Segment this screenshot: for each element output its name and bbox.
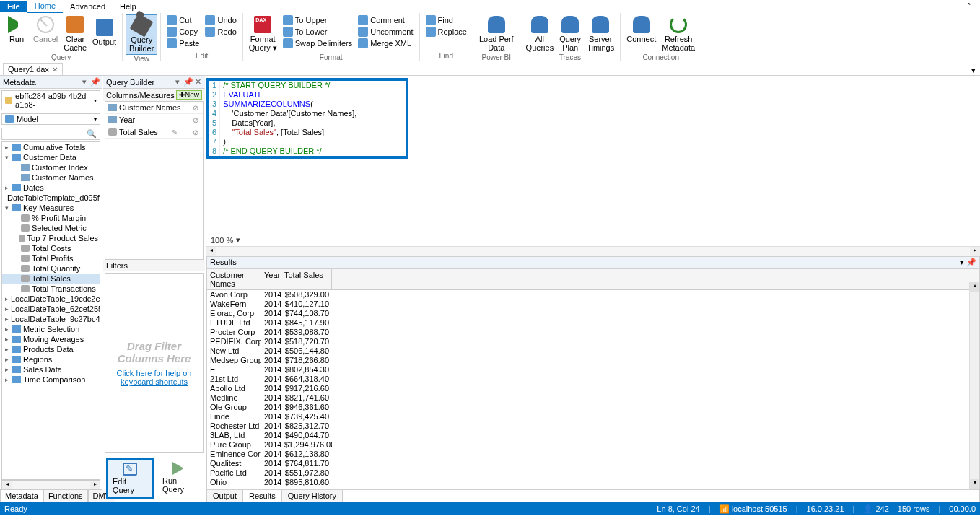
chevron-down-icon[interactable]: ▾ xyxy=(236,235,240,245)
tree-item[interactable]: Total Profits xyxy=(2,253,100,263)
tree-item[interactable]: ▸Time Comparison xyxy=(2,375,100,385)
ribbon-collapse-icon[interactable]: ˄ xyxy=(964,2,974,12)
refresh-metadata-button[interactable]: Refresh Metadata xyxy=(659,14,698,53)
table-row[interactable]: ETUDE Ltd2014$845,117.90 xyxy=(207,318,979,328)
remove-icon[interactable]: ⊘ xyxy=(191,104,200,112)
tree-item[interactable]: ▸Cumulative Totals xyxy=(2,142,100,152)
server-timings-button[interactable]: Server Timings xyxy=(584,14,617,53)
connect-button[interactable]: Connect xyxy=(624,14,659,45)
tree-item[interactable]: ▾Key Measures xyxy=(2,203,100,213)
comment-button[interactable]: Comment xyxy=(355,14,416,26)
run-button[interactable]: Run xyxy=(3,14,30,45)
table-row[interactable]: Pacific Ltd2014$551,972.80 xyxy=(207,468,979,478)
table-row[interactable]: Medline2014$821,741.60 xyxy=(207,393,979,403)
copy-button[interactable]: Copy xyxy=(164,26,202,38)
swap-delimiters-button[interactable]: Swap Delimiters xyxy=(280,38,355,49)
columns-measures-list[interactable]: Customer Names⊘Year⊘Total Sales✎⊘ xyxy=(105,101,204,260)
zoom-indicator[interactable]: 100 %▾ xyxy=(206,234,980,246)
document-tab[interactable]: Query1.dax ✕ xyxy=(3,63,63,75)
search-input[interactable]: 🔍 xyxy=(1,128,100,140)
query-plan-button[interactable]: Query Plan xyxy=(556,14,584,53)
qb-item[interactable]: Year⊘ xyxy=(105,114,203,126)
tree-item[interactable]: Total Costs xyxy=(2,243,100,253)
qb-item[interactable]: Customer Names⊘ xyxy=(105,102,203,114)
table-row[interactable]: Ohio2014$895,810.60 xyxy=(207,478,979,487)
qb-menu-icon[interactable]: ▾ xyxy=(173,77,182,87)
table-row[interactable]: Procter Corp2014$539,088.70 xyxy=(207,328,979,337)
paste-button[interactable]: Paste xyxy=(164,38,202,49)
database-select[interactable]: ebffc284-a09b-4b2d-a1b8-▾ xyxy=(1,90,100,110)
tree-item[interactable]: ▸Dates xyxy=(2,183,100,193)
table-row[interactable]: Apollo Ltd2014$917,216.60 xyxy=(207,384,979,393)
pin2-icon[interactable]: 📌 xyxy=(90,77,99,87)
table-row[interactable]: Ole Group2014$946,361.60 xyxy=(207,403,979,412)
table-row[interactable]: WakeFern2014$410,127.10 xyxy=(207,299,979,309)
menu-file[interactable]: File xyxy=(0,1,27,12)
format-query-button[interactable]: Format Query ▾ xyxy=(246,14,280,53)
menu-advanced[interactable]: Advanced xyxy=(63,1,113,12)
undo-button[interactable]: Undo xyxy=(202,14,239,26)
redo-button[interactable]: Redo xyxy=(202,26,239,38)
table-row[interactable]: Rochester Ltd2014$825,312.70 xyxy=(207,421,979,431)
table-row[interactable]: 3LAB, Ltd2014$490,044.70 xyxy=(207,431,979,440)
tree-item[interactable]: ▸LocalDateTable_9c27bc4b- xyxy=(2,314,100,324)
qb-item[interactable]: Total Sales✎⊘ xyxy=(105,126,203,139)
tree-item[interactable]: ▸LocalDateTable_62cef255-0 xyxy=(2,304,100,314)
all-queries-button[interactable]: All Queries xyxy=(523,14,557,53)
table-row[interactable]: Qualitest2014$764,811.70 xyxy=(207,459,979,468)
filters-dropzone[interactable]: Drag Filter Columns Here Click here for … xyxy=(105,273,204,453)
find-button[interactable]: Find xyxy=(423,14,470,26)
table-row[interactable]: Pure Group2014$1,294,976.00 xyxy=(207,440,979,450)
metadata-hscroll[interactable]: ◂▸ xyxy=(1,480,100,489)
close-icon[interactable]: ✕ xyxy=(52,66,58,74)
code-editor[interactable]: 12345678 /* START QUERY BUILDER */EVALUA… xyxy=(209,81,406,156)
cancel-button[interactable]: Cancel xyxy=(30,14,61,45)
table-row[interactable]: Ei2014$802,854.30 xyxy=(207,365,979,375)
column-header[interactable]: Total Sales xyxy=(281,269,332,289)
tree-item[interactable]: % Profit Margin xyxy=(2,213,100,223)
tree-item[interactable]: ▸Sales Data xyxy=(2,364,100,375)
tree-item[interactable]: ▸Moving Averages xyxy=(2,334,100,344)
tree-item[interactable]: DateTableTemplate_d095fb xyxy=(2,193,100,203)
tab-query-history[interactable]: Query History xyxy=(282,490,343,502)
metadata-tree[interactable]: ▸Cumulative Totals▾Customer DataCustomer… xyxy=(1,141,100,480)
tree-item[interactable]: Total Transactions xyxy=(2,284,100,294)
table-row[interactable]: Elorac, Corp2014$744,108.70 xyxy=(207,309,979,318)
to-upper-button[interactable]: To Upper xyxy=(280,14,355,26)
tab-results[interactable]: Results xyxy=(243,490,282,502)
column-header[interactable]: Customer Names xyxy=(207,269,261,289)
tree-item[interactable]: ▾Customer Data xyxy=(2,152,100,162)
remove-icon[interactable]: ⊘ xyxy=(191,116,200,124)
table-row[interactable]: Medsep Group2014$718,266.80 xyxy=(207,356,979,365)
table-row[interactable]: Avon Corp2014$508,329.00 xyxy=(207,290,979,299)
table-row[interactable]: 21st Ltd2014$664,318.40 xyxy=(207,375,979,384)
table-row[interactable]: New Ltd2014$506,144.80 xyxy=(207,346,979,356)
results-grid[interactable]: Customer Names Year Total Sales Avon Cor… xyxy=(206,268,980,490)
editor-hscroll[interactable]: ◂▸ xyxy=(206,246,980,256)
clear-cache-button[interactable]: Clear Cache xyxy=(61,14,89,53)
uncomment-button[interactable]: Uncomment xyxy=(355,26,416,38)
query-builder-button[interactable]: Query Builder xyxy=(126,14,157,55)
tree-item[interactable]: ▸Regions xyxy=(2,354,100,364)
tree-item[interactable]: Total Sales xyxy=(2,274,100,284)
run-query-button[interactable]: Run Query xyxy=(158,458,202,499)
table-row[interactable]: Eminence Corp2014$612,138.80 xyxy=(207,450,979,459)
tree-item[interactable]: Total Quantity xyxy=(2,263,100,274)
qb-close-icon[interactable]: ✕ xyxy=(193,77,202,87)
tree-item[interactable]: ▸Metric Selection xyxy=(2,324,100,334)
column-header[interactable]: Year xyxy=(261,269,281,289)
pin-icon[interactable]: ▾ xyxy=(80,77,89,87)
merge-xml-button[interactable]: Merge XML xyxy=(355,38,416,49)
tree-item[interactable]: ▸LocalDateTable_19cdc2e1- xyxy=(2,294,100,304)
tree-item[interactable]: Customer Names xyxy=(2,172,100,183)
edit-icon[interactable]: ✎ xyxy=(170,128,179,136)
remove-icon[interactable]: ⊘ xyxy=(191,128,200,136)
model-select[interactable]: Model▾ xyxy=(1,113,100,125)
output-button[interactable]: Output xyxy=(89,14,119,48)
tree-item[interactable]: Selected Metric xyxy=(2,223,100,233)
tree-item[interactable]: ▸Products Data xyxy=(2,344,100,354)
tab-output[interactable]: Output xyxy=(207,490,243,502)
grid-vscroll[interactable]: ▴▾ xyxy=(969,282,979,489)
table-row[interactable]: PEDIFIX, Corp2014$518,720.70 xyxy=(207,337,979,346)
load-perf-button[interactable]: Load Perf Data xyxy=(476,14,517,53)
